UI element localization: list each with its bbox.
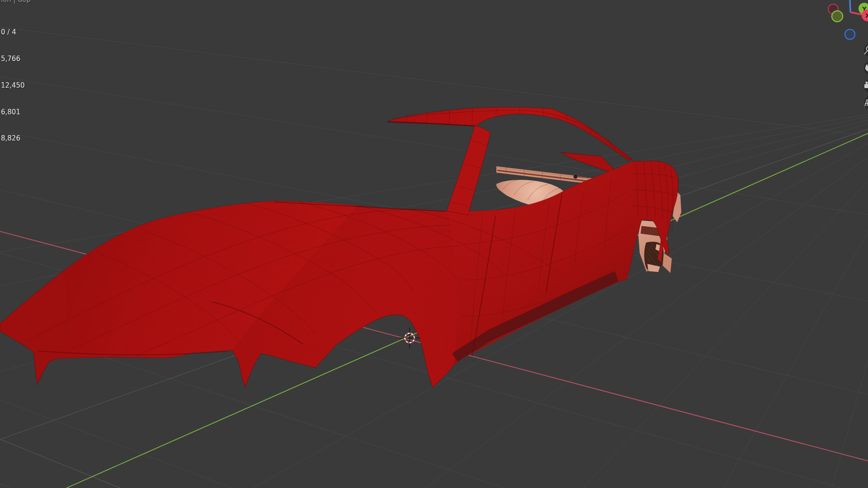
navigation-gizmo[interactable]: Y X [828, 0, 868, 39]
car-model[interactable] [0, 107, 678, 388]
perspective-toggle-button[interactable] [864, 96, 868, 110]
gizmo-axis-neg-y[interactable] [832, 11, 843, 22]
pan-button[interactable] [864, 61, 868, 75]
viewport-nav-buttons [864, 44, 868, 110]
zoom-button[interactable] [864, 44, 868, 57]
gizmo-x-label: X [865, 12, 868, 19]
blender-3d-viewport[interactable]: Y X [0, 0, 868, 488]
gizmo-axis-neg-z[interactable] [845, 29, 855, 39]
camera-view-button[interactable] [864, 79, 868, 93]
car-roof[interactable] [387, 107, 632, 160]
viewport-scene: Y X [0, 0, 868, 488]
a-pillar[interactable] [447, 126, 491, 215]
